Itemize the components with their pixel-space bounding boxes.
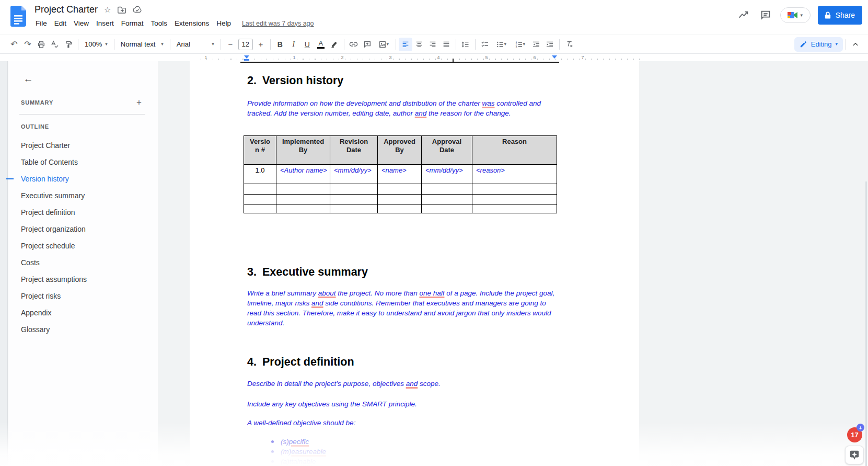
docs-logo[interactable] [10, 6, 26, 27]
share-button[interactable]: Share [818, 6, 862, 25]
decrease-indent-button[interactable] [529, 38, 543, 51]
empty-cell[interactable] [472, 184, 557, 195]
outline-item-appendix[interactable]: Appendix [8, 304, 158, 321]
empty-cell[interactable] [276, 184, 330, 195]
empty-cell[interactable] [244, 184, 276, 195]
right-margin-marker[interactable] [552, 55, 557, 59]
paragraph-version-history-guidance[interactable]: Provide information on how the developme… [247, 98, 558, 118]
bullet-specific[interactable]: (s)pecific [247, 437, 326, 447]
editing-mode-button[interactable]: Editing ▾ [794, 37, 843, 52]
empty-cell[interactable] [422, 204, 472, 213]
insert-link-button[interactable] [347, 38, 361, 51]
outline-item-project-assumptions[interactable]: Project assumptions [8, 271, 158, 288]
outline-item-project-schedule[interactable]: Project schedule [8, 237, 158, 254]
move-folder-icon[interactable] [118, 6, 126, 14]
outline-item-executive-summary[interactable]: Executive summary [8, 187, 158, 204]
outline-item-glossary[interactable]: Glossary [8, 321, 158, 338]
checklist-button[interactable] [478, 38, 492, 51]
numbered-list-button[interactable]: 1 2 3 ▾ [511, 38, 529, 51]
line-spacing-button[interactable] [459, 38, 472, 51]
paragraph-style-select[interactable]: Normal text ▾ [117, 38, 167, 51]
cell-revision-date[interactable]: <mm/dd/yy> [330, 165, 378, 184]
empty-cell[interactable] [422, 195, 472, 204]
add-summary-button[interactable]: + [133, 96, 145, 109]
empty-cell[interactable] [244, 204, 276, 213]
extension-add-badge[interactable]: + [857, 424, 864, 431]
paragraph-executive-summary-guidance[interactable]: Write a brief summary about the project.… [247, 288, 558, 328]
bulleted-list-button[interactable]: ▾ [492, 38, 511, 51]
cell-reason[interactable]: <reason> [472, 165, 557, 184]
menu-insert[interactable]: Insert [92, 18, 118, 29]
highlight-color-button[interactable] [328, 38, 341, 51]
outline-item-table-of-contents[interactable]: Table of Contents [8, 154, 158, 171]
bold-button[interactable]: B [273, 38, 287, 51]
smart-bullet-list[interactable]: (s)pecific (m)easureable (a)ttainable [247, 437, 326, 466]
header-revision-date[interactable]: Revision Date [330, 136, 378, 165]
text-color-button[interactable]: A [314, 38, 328, 51]
decrease-font-size-button[interactable]: − [224, 38, 237, 51]
heading-version-history[interactable]: 2.Version history [247, 74, 343, 87]
header-reason[interactable]: Reason [472, 136, 557, 165]
empty-cell[interactable] [378, 195, 422, 204]
document-page[interactable]: 2.Version history Provide information on… [190, 61, 639, 466]
vertical-scrollbar[interactable] [865, 181, 867, 466]
spellcheck-button[interactable] [48, 38, 62, 51]
paragraph-definition-guidance-2[interactable]: Include any key objectives using the SMA… [247, 399, 558, 409]
bullet-measureable[interactable]: (m)easureable [247, 447, 326, 457]
menu-tools[interactable]: Tools [147, 18, 171, 29]
empty-cell[interactable] [330, 195, 378, 204]
align-center-button[interactable] [412, 38, 426, 51]
document-title[interactable]: Project Charter [34, 4, 98, 15]
close-outline-button[interactable]: ← [20, 71, 37, 87]
last-edit-link[interactable]: Last edit was 7 days ago [242, 20, 314, 27]
add-comment-button[interactable] [361, 38, 374, 51]
outline-item-costs[interactable]: Costs [8, 254, 158, 271]
horizontal-ruler[interactable]: 1 1 2 3 4 5 6 7 [0, 54, 868, 61]
insert-image-button[interactable]: ▾ [374, 38, 393, 51]
header-approved-by[interactable]: Approved By [378, 136, 422, 165]
align-left-button[interactable] [399, 38, 412, 51]
outline-item-project-definition[interactable]: Project definition [8, 204, 158, 221]
header-approval-date[interactable]: Approval Date [422, 136, 472, 165]
paragraph-definition-guidance-1[interactable]: Describe in detail the project’s purpose… [247, 379, 558, 389]
outline-item-project-organization[interactable]: Project organization [8, 221, 158, 237]
outline-item-project-risks[interactable]: Project risks [8, 288, 158, 304]
font-select[interactable]: Arial ▾ [173, 38, 218, 51]
menu-edit[interactable]: Edit [51, 18, 70, 29]
menu-view[interactable]: View [70, 18, 92, 29]
outline-item-project-charter[interactable]: Project Charter [8, 137, 158, 154]
clear-formatting-button[interactable] [562, 38, 576, 51]
empty-cell[interactable] [330, 184, 378, 195]
paint-format-button[interactable] [62, 38, 75, 51]
cell-version[interactable]: 1.0 [244, 165, 276, 184]
cell-implemented-by[interactable]: <Author name> [276, 165, 330, 184]
heading-project-definition[interactable]: 4.Project definition [247, 356, 354, 369]
empty-cell[interactable] [472, 204, 557, 213]
star-icon[interactable]: ☆ [104, 5, 111, 15]
empty-cell[interactable] [330, 204, 378, 213]
cell-approval-date[interactable]: <mm/dd/yy> [422, 165, 472, 184]
header-version[interactable]: Versio n # [244, 136, 276, 165]
menu-extensions[interactable]: Extensions [171, 18, 213, 29]
increase-indent-button[interactable] [543, 38, 557, 51]
redo-button[interactable]: ↷ [21, 38, 34, 51]
cell-approved-by[interactable]: <name> [378, 165, 422, 184]
empty-cell[interactable] [276, 204, 330, 213]
empty-cell[interactable] [244, 195, 276, 204]
justify-button[interactable] [439, 38, 453, 51]
empty-cell[interactable] [422, 184, 472, 195]
zoom-select[interactable]: 100% ▾ [81, 38, 111, 51]
increase-font-size-button[interactable]: + [254, 38, 268, 51]
menu-help[interactable]: Help [213, 18, 235, 29]
header-implemented-by[interactable]: Implemented By [276, 136, 330, 165]
cloud-saved-icon[interactable] [133, 6, 142, 13]
paragraph-definition-guidance-3[interactable]: A well-defined objective should be: [247, 418, 558, 428]
comment-history-icon[interactable] [758, 8, 773, 22]
left-margin-marker[interactable] [244, 59, 249, 61]
undo-button[interactable]: ↶ [7, 38, 21, 51]
hide-menus-button[interactable] [849, 38, 862, 51]
insights-icon[interactable] [736, 8, 751, 22]
print-button[interactable] [34, 38, 48, 51]
outline-item-version-history[interactable]: Version history [8, 171, 158, 187]
empty-cell[interactable] [378, 204, 422, 213]
